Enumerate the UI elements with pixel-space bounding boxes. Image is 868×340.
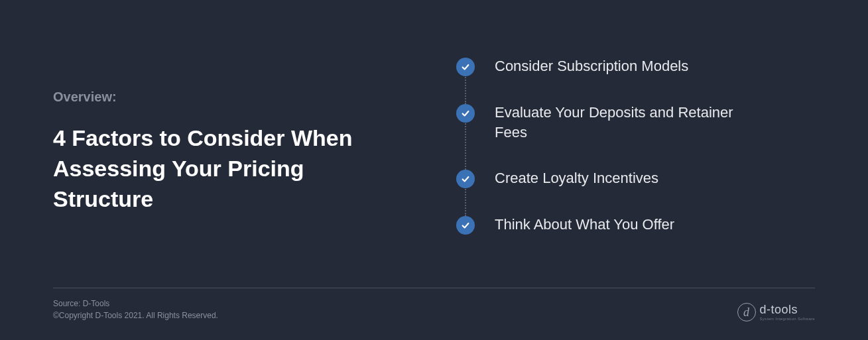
- list-item: Create Loyalty Incentives: [456, 168, 815, 215]
- copyright-text: ©Copyright D-Tools 2021. All Rights Rese…: [53, 310, 218, 321]
- connector-line: [465, 75, 466, 104]
- factor-text: Create Loyalty Incentives: [495, 168, 658, 188]
- list-item: Consider Subscription Models: [456, 56, 815, 103]
- factor-text: Evaluate Your Deposits and Retainer Fees: [495, 103, 747, 142]
- connector-line: [465, 187, 466, 216]
- left-column: Overview: 4 Factors to Consider When Ass…: [53, 56, 371, 235]
- footer-text: Source: D-Tools ©Copyright D-Tools 2021.…: [53, 298, 218, 321]
- check-icon: [456, 58, 475, 76]
- right-column: Consider Subscription Models Evaluate Yo…: [424, 56, 815, 235]
- check-icon: [456, 170, 475, 188]
- check-icon: [456, 216, 475, 235]
- list-item: Evaluate Your Deposits and Retainer Fees: [456, 103, 815, 168]
- factor-text: Consider Subscription Models: [495, 56, 688, 76]
- logo-letter: d: [743, 306, 749, 319]
- logo-icon: d: [737, 303, 756, 321]
- factor-text: Think About What You Offer: [495, 215, 674, 235]
- overview-label: Overview:: [53, 89, 371, 105]
- footer: Source: D-Tools ©Copyright D-Tools 2021.…: [53, 288, 815, 321]
- page-title: 4 Factors to Consider When Assessing You…: [53, 123, 371, 215]
- logo-brand-text: d-tools: [760, 304, 815, 315]
- main-content: Overview: 4 Factors to Consider When Ass…: [0, 0, 868, 235]
- check-icon: [456, 104, 475, 123]
- logo-text-wrap: d-tools System Integration Software: [760, 304, 815, 321]
- footer-row: Source: D-Tools ©Copyright D-Tools 2021.…: [53, 298, 815, 321]
- divider: [53, 288, 815, 288]
- logo-tagline: System Integration Software: [760, 317, 815, 321]
- factors-list: Consider Subscription Models Evaluate Yo…: [456, 56, 815, 235]
- connector-line: [465, 121, 466, 170]
- source-text: Source: D-Tools: [53, 298, 218, 310]
- list-item: Think About What You Offer: [456, 215, 815, 235]
- brand-logo: d d-tools System Integration Software: [737, 303, 815, 321]
